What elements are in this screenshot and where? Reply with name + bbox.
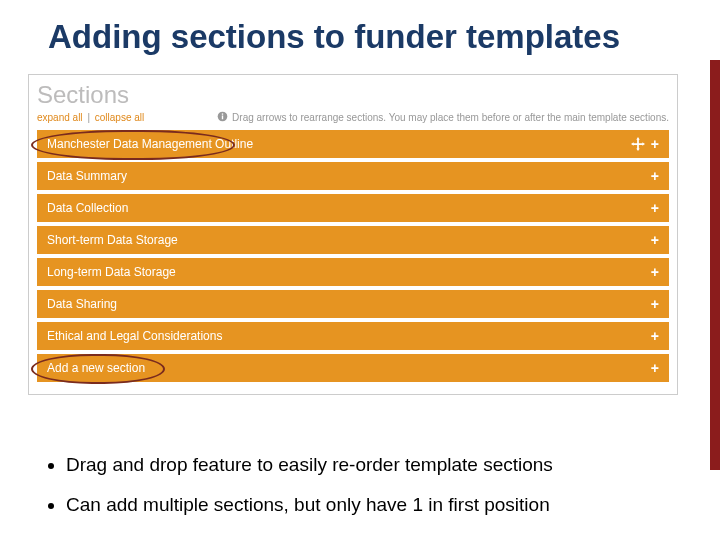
- bullet-item: Can add multiple sections, but only have…: [66, 492, 654, 518]
- section-row[interactable]: Short-term Data Storage +: [37, 226, 669, 254]
- section-label: Ethical and Legal Considerations: [47, 329, 651, 343]
- section-row[interactable]: Long-term Data Storage +: [37, 258, 669, 286]
- section-label: Short-term Data Storage: [47, 233, 651, 247]
- section-label: Data Collection: [47, 201, 651, 215]
- section-row[interactable]: Data Collection +: [37, 194, 669, 222]
- section-label: Data Summary: [47, 169, 651, 183]
- info-icon: [217, 111, 228, 124]
- section-label: Manchester Data Management Outline: [47, 137, 631, 151]
- section-row[interactable]: Data Sharing +: [37, 290, 669, 318]
- slide-bullets: Drag and drop feature to easily re-order…: [44, 452, 654, 531]
- expand-collapse-group: expand all | collapse all: [37, 112, 144, 123]
- expand-icon[interactable]: +: [651, 201, 659, 215]
- drag-hint-text: Drag arrows to rearrange sections. You m…: [232, 112, 669, 123]
- section-label: Long-term Data Storage: [47, 265, 651, 279]
- expand-icon[interactable]: +: [651, 233, 659, 247]
- slide-title: Adding sections to funder templates: [0, 0, 720, 56]
- expand-icon[interactable]: +: [651, 297, 659, 311]
- expand-icon[interactable]: +: [651, 169, 659, 183]
- svg-rect-1: [222, 115, 223, 119]
- section-label: Data Sharing: [47, 297, 651, 311]
- accent-bar: [710, 60, 720, 470]
- expand-icon[interactable]: +: [651, 265, 659, 279]
- move-icon[interactable]: [631, 137, 645, 151]
- drag-hint: Drag arrows to rearrange sections. You m…: [217, 111, 669, 124]
- slide: Adding sections to funder templates Sect…: [0, 0, 720, 540]
- expand-all-link[interactable]: expand all: [37, 112, 83, 123]
- collapse-all-link[interactable]: collapse all: [95, 112, 144, 123]
- add-section-row[interactable]: Add a new section +: [37, 354, 669, 382]
- panel-subheader: expand all | collapse all Drag arrows to…: [37, 111, 669, 124]
- add-section-label: Add a new section: [47, 361, 651, 375]
- svg-rect-2: [222, 113, 223, 114]
- section-row[interactable]: Ethical and Legal Considerations +: [37, 322, 669, 350]
- expand-icon[interactable]: +: [651, 329, 659, 343]
- section-row[interactable]: Manchester Data Management Outline +: [37, 130, 669, 158]
- bullet-item: Drag and drop feature to easily re-order…: [66, 452, 654, 478]
- section-controls: +: [631, 137, 659, 151]
- panel-heading: Sections: [37, 81, 669, 109]
- section-row[interactable]: Data Summary +: [37, 162, 669, 190]
- expand-icon[interactable]: +: [651, 137, 659, 151]
- separator: |: [87, 112, 90, 123]
- sections-panel: Sections expand all | collapse all Drag …: [28, 74, 678, 395]
- add-icon[interactable]: +: [651, 361, 659, 375]
